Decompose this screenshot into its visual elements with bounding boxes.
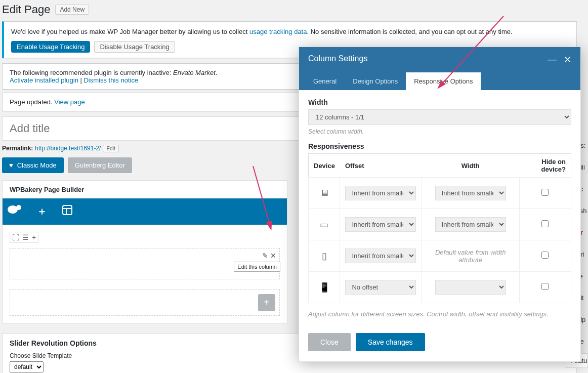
width-select-mobile[interactable] — [435, 280, 506, 295]
width-select-tablet-l[interactable]: Inherit from smaller — [435, 217, 506, 232]
tab-responsive-options[interactable]: Responsive Options — [406, 72, 481, 90]
tab-general[interactable]: General — [305, 72, 345, 90]
classic-mode-button[interactable]: ♥ Classic Mode — [2, 157, 64, 173]
permalink-edit-button[interactable]: Edit — [103, 145, 118, 152]
heart-icon: ♥ — [9, 161, 13, 169]
enable-tracking-button[interactable]: Enable Usage Tracking — [11, 41, 90, 53]
column-area: ✎ ✕ Edit this column — [10, 248, 280, 279]
disable-tracking-button[interactable]: Disable Usage Tracking — [94, 41, 175, 53]
slide-template-select[interactable]: default — [10, 361, 44, 372]
plugin-text: The following recommended plugin is curr… — [10, 69, 173, 76]
columns-icon[interactable]: ☰ — [22, 233, 29, 241]
mobile-icon: 📱 — [319, 282, 330, 293]
responsive-row-tablet-portrait: ▯ Inherit from smaller Default value fro… — [309, 240, 571, 272]
responsive-hint: Adjust column for different screen sizes… — [308, 310, 571, 318]
width-select[interactable]: 12 columns - 1/1 — [308, 109, 571, 125]
edit-column-icon[interactable]: ✎ — [262, 252, 268, 260]
tablet-landscape-icon: ▭ — [320, 220, 328, 230]
permalink-label: Permalink: — [2, 145, 33, 152]
expand-icon[interactable]: ⛶ — [12, 233, 19, 241]
delete-column-icon[interactable]: ✕ — [270, 252, 276, 260]
notice-text-prefix: We'd love if you helped us make WP Job M… — [11, 28, 249, 35]
responsive-row-desktop: 🖥 Inherit from smaller Inherit from smal… — [309, 178, 571, 209]
permalink-link[interactable]: http://bridge.test/1691-2/ — [35, 145, 101, 152]
wpb-logo-icon — [8, 204, 22, 218]
activate-plugin-link[interactable]: Activate installed plugin — [10, 76, 78, 84]
th-hide: Hide on device? — [519, 154, 571, 178]
desktop-icon: 🖥 — [320, 188, 329, 198]
add-element-button[interactable]: + — [258, 294, 275, 311]
offset-select-tablet-l[interactable]: Inherit from smaller — [345, 217, 416, 232]
close-icon[interactable]: ✕ — [564, 54, 571, 65]
modal-close-button[interactable]: Close — [308, 333, 351, 351]
page-updated-text: Page updated. — [10, 98, 53, 106]
tab-design-options[interactable]: Design Options — [345, 72, 406, 90]
offset-select-tablet-p[interactable]: Inherit from smaller — [345, 248, 416, 263]
responsive-row-mobile: 📱 No offset — [309, 272, 571, 303]
minimize-icon[interactable]: — — [548, 54, 557, 65]
th-width: Width — [422, 154, 519, 178]
hide-checkbox-mobile[interactable] — [541, 283, 549, 290]
page-title: Edit Page — [2, 3, 50, 16]
add-column-icon[interactable]: + — [32, 233, 36, 241]
plugin-name: Envato Market — [173, 69, 216, 76]
offset-select-desktop[interactable]: Inherit from smaller — [345, 186, 416, 200]
svg-rect-2 — [63, 205, 72, 215]
default-width-text: Default value from width attribute — [435, 248, 506, 264]
width-label: Width — [308, 98, 571, 106]
svg-point-1 — [16, 205, 21, 210]
hide-checkbox-desktop[interactable] — [541, 189, 549, 196]
wpb-toolbar: ＋ — [3, 198, 287, 225]
dismiss-notice-link[interactable]: Dismiss this notice — [83, 76, 138, 84]
tablet-portrait-icon: ▯ — [322, 251, 327, 261]
wpb-title: WPBakery Page Builder — [3, 181, 287, 198]
modal-save-button[interactable]: Save changes — [356, 333, 425, 351]
offset-select-mobile[interactable]: No offset — [345, 280, 416, 295]
view-page-link[interactable]: View page — [54, 98, 85, 106]
gutenberg-editor-button[interactable]: Gutenberg Editor — [68, 157, 132, 173]
responsiveness-table: Device Offset Width Hide on device? 🖥 In… — [308, 153, 571, 303]
responsive-row-tablet-landscape: ▭ Inherit from smaller Inherit from smal… — [309, 209, 571, 240]
responsiveness-label: Responsiveness — [308, 142, 571, 150]
hide-checkbox-tablet-p[interactable] — [541, 252, 549, 259]
width-select-desktop[interactable]: Inherit from smaller — [435, 186, 506, 200]
notice-text-suffix: . No sensitive information is collected,… — [307, 28, 512, 35]
svg-point-0 — [8, 205, 18, 214]
usage-tracking-link[interactable]: usage tracking data — [249, 28, 307, 35]
column-settings-modal: Column Settings — ✕ General Design Optio… — [299, 47, 581, 362]
th-offset: Offset — [340, 154, 422, 178]
template-icon[interactable] — [62, 205, 72, 218]
width-hint: Select column width. — [308, 128, 571, 135]
add-new-button[interactable]: Add New — [55, 5, 89, 15]
classic-mode-label: Classic Mode — [17, 161, 57, 169]
th-device: Device — [309, 154, 340, 178]
hide-checkbox-tablet-l[interactable] — [541, 220, 549, 227]
modal-title: Column Settings — [308, 54, 367, 63]
add-icon[interactable]: ＋ — [37, 204, 47, 218]
edit-column-tooltip: Edit this column — [234, 262, 280, 272]
